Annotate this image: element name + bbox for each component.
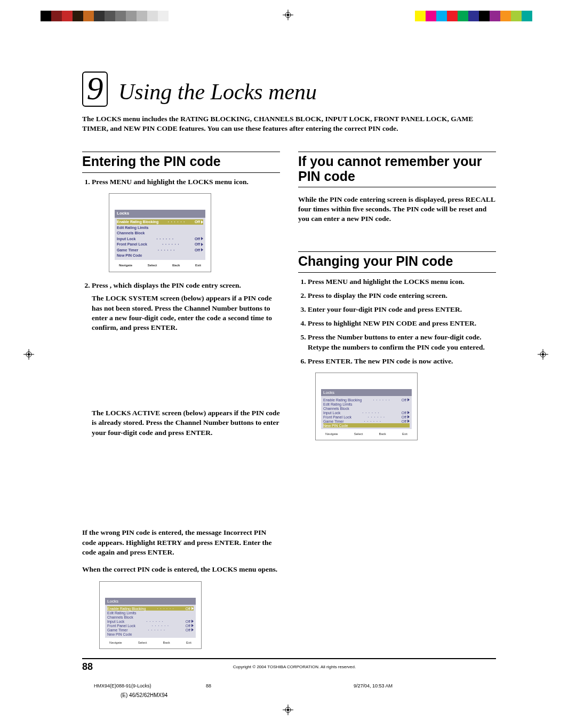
paragraph: While the PIN code entering screen is di… [298, 195, 496, 224]
osd-row: New PIN Code [107, 632, 194, 636]
color-swatch [105, 11, 115, 21]
osd-row: Game Timer· · · · · ·Off [107, 628, 194, 632]
color-swatch [126, 11, 137, 21]
osd-row: Input Lock· · · · · ·Off [323, 410, 410, 415]
registration-mark-icon [283, 705, 293, 715]
step-text: The LOCKS ACTIVE screen (below) appears … [92, 408, 280, 438]
osd-row: Front Panel Lock· · · · · ·Off [107, 623, 194, 628]
arrow-right-icon [191, 607, 194, 610]
color-swatch [147, 11, 158, 21]
arrow-right-icon [407, 411, 410, 414]
column-right: If you cannot remember your PIN code Whi… [298, 146, 496, 658]
osd-row: Enable Rating Blocking· · · · · ·Off [323, 398, 410, 402]
step-text: Press MENU and highlight the LOCKS menu … [92, 178, 249, 186]
osd-row: New PIN Code [323, 423, 410, 428]
step: Enter your four-digit PIN code and press… [308, 305, 496, 314]
color-bar-left [41, 11, 169, 21]
slug-timestamp: 9/27/04, 10:53 AM [354, 683, 393, 689]
step-1: Press MENU and highlight the LOCKS menu … [92, 177, 280, 272]
color-swatch [479, 11, 490, 21]
color-swatch [83, 11, 94, 21]
page-number: 88 [82, 661, 93, 672]
color-swatch [404, 11, 415, 21]
color-swatch [51, 11, 62, 21]
osd-row: Channels Block [323, 406, 410, 410]
slug-pageno: 88 [206, 683, 211, 689]
osd-hint: Select [138, 641, 147, 644]
osd-hint: Navigate [325, 432, 338, 436]
osd-row: Game Timer· · · · · ·Off [323, 419, 410, 423]
color-swatch [426, 11, 436, 21]
osd-row: Front Panel Lock· · · · · ·Off [323, 415, 410, 419]
osd-locks-menu: LocksEnable Rating Blocking· · · · · ·Of… [109, 193, 211, 272]
osd-hint: Select [354, 432, 363, 436]
step: Press MENU and highlight the LOCKS menu … [308, 277, 496, 287]
intro-paragraph: The LOCKS menu includes the RATING BLOCK… [82, 114, 496, 133]
color-swatch [115, 11, 126, 21]
osd-row: Channels Block [117, 231, 203, 236]
column-left: Entering the PIN code Press MENU and hig… [82, 146, 280, 658]
osd-locks-menu: LocksEnable Rating Blocking· · · · · ·Of… [99, 581, 202, 649]
osd-row: Enable Rating Blocking· · · · · ·Off [107, 606, 194, 611]
color-swatch [94, 11, 105, 21]
osd-row: Edit Rating Limits [107, 611, 194, 615]
color-swatch [415, 11, 426, 21]
color-bar-right [404, 11, 532, 21]
color-swatch [500, 11, 511, 21]
arrow-right-icon [191, 628, 194, 631]
osd-hint: Navigate [119, 263, 132, 267]
arrow-right-icon [201, 248, 203, 251]
color-swatch [490, 11, 500, 21]
color-swatch [458, 11, 468, 21]
color-swatch [447, 11, 458, 21]
section-heading-forgot: If you cannot remember your PIN code [298, 152, 496, 187]
registration-mark-icon [23, 349, 34, 360]
step-2: Press , which displays the PIN code entr… [92, 281, 280, 521]
printable-area: 9 Using the Locks menu The LOCKS menu in… [46, 45, 531, 698]
arrow-right-icon [407, 398, 410, 401]
page-footer: 88 Copyright © 2004 TOSHIBA CORPORATION.… [82, 658, 496, 672]
osd-hint: Exit [402, 432, 407, 436]
slug-model: (E) 46/52/62HMX94 [121, 692, 167, 698]
page: 9 Using the Locks menu The LOCKS menu in… [0, 0, 576, 728]
osd-row: New PIN Code [117, 253, 203, 258]
arrow-right-icon [201, 220, 203, 224]
color-swatch [468, 11, 479, 21]
osd-row: Front Panel Lock· · · · · ·Off [117, 242, 203, 247]
changing-steps: Press MENU and highlight the LOCKS menu … [298, 277, 496, 367]
content-area: 9 Using the Locks menu The LOCKS menu in… [82, 72, 496, 658]
registration-mark-icon [283, 10, 293, 20]
arrow-right-icon [191, 624, 194, 627]
registration-mark-icon [538, 349, 548, 360]
step-text: Press , which displays the PIN code entr… [92, 281, 241, 289]
osd-hint: Select [148, 263, 157, 267]
chapter-header: 9 Using the Locks menu [82, 72, 496, 107]
osd-row: Edit Rating Limits [323, 402, 410, 406]
paragraph: If the wrong PIN code is entered, the me… [82, 528, 280, 557]
osd-row: Game Timer· · · · · ·Off [117, 247, 203, 252]
chapter-title: Using the Locks menu [118, 79, 317, 105]
color-swatch [73, 11, 83, 21]
osd-row: Edit Rating Limits [117, 225, 203, 230]
color-swatch [62, 11, 73, 21]
paragraph: When the correct PIN code is entered, th… [82, 565, 280, 574]
step: Press the Number buttons to enter a new … [308, 333, 496, 352]
arrow-right-icon [201, 237, 203, 240]
step-text: The LOCK SYSTEM screen (below) appears i… [92, 294, 280, 333]
step: Press to display the PIN code entering s… [308, 291, 496, 300]
color-swatch [511, 11, 522, 21]
osd-title: Locks [105, 598, 196, 605]
entering-steps: Press MENU and highlight the LOCKS menu … [82, 177, 280, 521]
osd-title: Locks [115, 210, 205, 218]
color-swatch [436, 11, 447, 21]
arrow-right-icon [407, 420, 410, 423]
section-heading-entering: Entering the PIN code [82, 152, 280, 173]
osd-hint: Back [379, 432, 386, 436]
color-swatch [522, 11, 532, 21]
osd-title: Locks [321, 389, 412, 396]
arrow-right-icon [191, 620, 194, 623]
osd-hint: Navigate [109, 641, 122, 644]
color-swatch [158, 11, 169, 21]
chapter-number: 9 [82, 72, 108, 107]
osd-locks-menu: LocksEnable Rating Blocking· · · · · ·Of… [315, 373, 418, 440]
